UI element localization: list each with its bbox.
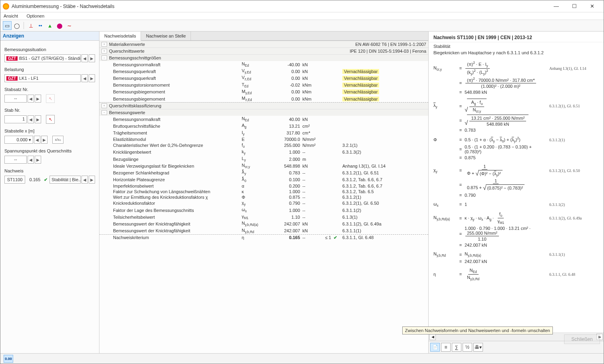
input-memberset[interactable]: -- [4,95,27,103]
formula-title: Nachweis ST1100 | EN 1999 | CEN | 2013-1… [429,32,604,42]
table-row: Bemessungstorsionsmoment TEd -0.02 kNm V… [99,82,428,89]
input-location[interactable]: 0.000 ▾ [4,136,33,144]
label-loading: Belastung [4,67,95,72]
formula-body: Ncr,y= (π)2 · E · Iy(ky)2 · (Ly)2 Anhang… [429,58,604,332]
design-ratio: 0.165 [26,177,42,182]
detail-panel: Nachweisdetails Nachweise an Stelle +Mat… [99,32,429,353]
table-row: Bezugslänge Ly 2.000 m [99,156,428,162]
table-row: Charakteristischer Wert der 0,2%-Dehngre… [99,142,428,149]
group-row[interactable]: +QuerschnittswerteIPE 120 | DIN 1025-5:1… [99,47,428,54]
table-row: Bemessungsnormalkraft NEd -40.00 kN [99,61,428,68]
next-button[interactable]: ▶ [89,176,95,184]
criterion-row: Nachweiskriteriumη 0.165-- ≤ 1 ✔ 6.3.1.1… [99,234,428,241]
label-design: Nachweis [4,168,95,173]
tab-at-position[interactable]: Nachweise an Stelle [141,32,191,40]
prev-button[interactable]: ◀ [28,115,34,123]
next-button[interactable]: ▶ [35,115,41,123]
table-row: Bemessungsbiegemoment Mz,Ed 0.00 kNm Ver… [99,95,428,102]
formula-desc: Biegeknicken um Hauptachse y nach 6.3.1.… [429,50,604,58]
prev-button[interactable]: ◀ [28,95,34,103]
expand-icon[interactable]: − [101,110,107,115]
combo-design-type[interactable]: Stabilität | Bie... ▾ [50,176,81,184]
xx0-button[interactable]: x/x₀ [52,136,64,144]
prev-button[interactable]: ◀ [81,54,88,62]
table-row: Bemessungsnormalkraft NEd 40.00 kN [99,116,428,123]
pick-icon[interactable]: ↖ [46,94,55,103]
table-row: Imperfektionsbeiwert α 0.200 -- 6.3.1.2,… [99,183,428,189]
group-row[interactable]: +Querschnittsklassifizierung [99,102,428,109]
prev-button[interactable]: ◀ [28,156,34,164]
table-row: Faktor zur Schwächung von Längsschweißnä… [99,189,428,194]
mode-fraction-icon[interactable]: ½ [463,343,472,352]
table-row: Elastizitätsmodul E 70000.0 N/mm² [99,136,428,142]
label-memberset: Stabsatz Nr. [4,87,95,92]
table-row: Bemessungsquerkraft Vz,Ed 0.00 kN Vernac… [99,75,428,81]
pick-icon[interactable]: ↖ [46,115,55,124]
table-row: Bezogener Schlankheitsgrad λ̄y 0.783 -- … [99,169,428,176]
mode-values-icon[interactable]: 📄 [430,343,440,352]
table-row: Wert zur Ermittlung des Knickreduktionsf… [99,194,428,200]
label-member: Stab Nr. [4,108,95,113]
side-panel: Anzeigen Bemessungssituation GZTBS1 - GZ… [0,32,99,353]
label-stresspoint: Spannungspunkt des Querschnitts [4,148,95,153]
formula-category: Stabilität [429,42,604,50]
maximize-button[interactable]: ☐ [565,0,583,12]
next-button[interactable]: ▶ [89,54,95,62]
mode-formula-icon[interactable]: ∑ [452,343,461,352]
tool-results-icon[interactable]: ▲ [46,21,54,30]
prev-button[interactable]: ◀ [81,176,88,184]
minimize-button[interactable]: — [547,0,565,12]
input-member[interactable]: 1 [4,115,27,123]
table-row: Bemessungswert der Knicktragfähigkeit Ny… [99,228,428,234]
titlebar: Aluminiumbemessung - Stäbe - Nachweisdet… [0,0,604,12]
prev-button[interactable]: ◀ [81,74,88,82]
statusbar: 0.00 [0,353,604,364]
expand-icon[interactable]: + [101,42,107,47]
table-row: Bemessungsbiegemoment My,Ed 0.00 kNm Ver… [99,89,428,95]
tool-member-icon[interactable]: ⊥ [26,21,35,30]
mode-list-icon[interactable]: ≡ [441,343,451,352]
menu-options[interactable]: Optionen [26,14,44,18]
tool-stress-icon[interactable]: ⬤ [55,21,64,30]
table-row: Bemessungswert der Knicktragfähigkeit Ny… [99,220,428,227]
expand-icon[interactable]: + [101,103,107,108]
table-row: Faktor der Lage des Bemessungsschnitts ω… [99,207,428,214]
combo-loading[interactable]: GZTLK1 - LF1 [4,74,81,82]
label-design-situation: Bemessungssituation [4,47,95,52]
group-row[interactable]: −Bemessungsschnittgrößen [99,54,428,61]
menubar: Ansicht Optionen [0,12,604,20]
expand-icon[interactable]: + [101,49,107,53]
next-button[interactable]: ▶ [89,74,95,82]
next-button[interactable]: ▶ [35,156,41,164]
formula-panel: Nachweis ST1100 | EN 1999 | CEN | 2013-1… [429,32,604,353]
expand-icon[interactable]: − [101,55,107,60]
table-row: Horizontale Plateaugrenze λ̄0 0.100 -- 6… [99,176,428,183]
close-button[interactable]: ✕ [583,0,601,12]
input-stresspoint[interactable]: -- [4,156,27,164]
tool-diagram-icon[interactable]: ∼ [65,21,74,30]
print-icon[interactable]: 🖶▾ [473,343,483,352]
unit-button[interactable]: 0.00 [4,355,13,363]
table-row: Knicklängenbeiwert ky 1.000 -- 6.3.1.3(2… [99,149,428,156]
toolbar: ▭ ◯ ⊥ •• ▲ ⬤ ∼ [0,20,604,32]
tab-details[interactable]: Nachweisdetails [99,32,141,41]
tool-nodes-icon[interactable]: •• [36,21,45,30]
table-row: Bemessungsquerkraft Vy,Ed 0.00 kN Vernac… [99,68,428,75]
group-row[interactable]: +MaterialkennwerteEN AW-6082 T6 | EN 199… [99,41,428,47]
label-location: Stabstelle x [m] [4,129,95,133]
prev-button[interactable]: ◀ [34,136,40,144]
table-row: Trägheitsmoment Iy 317.80 cm⁴ [99,130,428,136]
table-row: Knickreduktionsfaktor χy 0.790 -- 6.3.1.… [99,200,428,207]
check-icon: ✔ [44,177,48,182]
group-row[interactable]: −Bemessungswerte [99,109,428,116]
design-id[interactable]: ST1100 [4,176,25,184]
next-button[interactable]: ▶ [35,95,41,103]
window-title: Aluminiumbemessung - Stäbe - Nachweisdet… [12,4,547,9]
tool-lasso-icon[interactable]: ◯ [12,21,21,30]
menu-view[interactable]: Ansicht [4,14,18,18]
next-button[interactable]: ▶ [41,136,48,144]
close-dialog-button[interactable]: Schließen [564,334,600,344]
tool-select-icon[interactable]: ▭ [3,21,12,30]
panel-header: Anzeigen [0,32,99,41]
combo-design-situation[interactable]: GZTBS1 - GZT (STR/GEO) - Ständig ... [4,54,81,62]
